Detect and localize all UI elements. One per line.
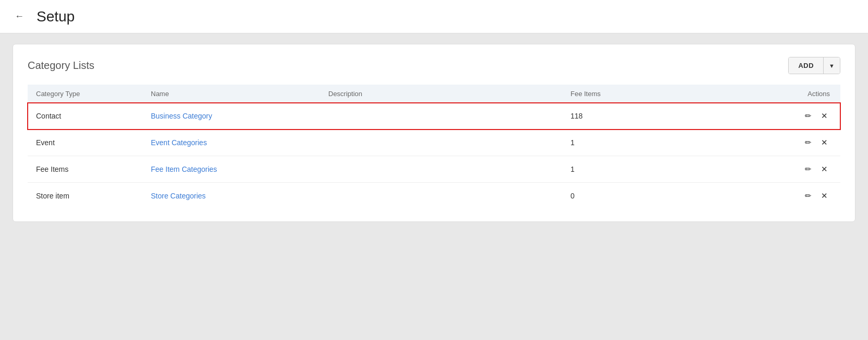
cell-description — [320, 103, 529, 130]
cell-fee-items: 1 — [529, 156, 623, 183]
name-link[interactable]: Business Category — [151, 112, 212, 120]
table-header: Category Type Name Description Fee Items… — [28, 85, 840, 103]
col-header-category-type: Category Type — [28, 85, 142, 103]
delete-button[interactable]: ✕ — [819, 190, 830, 202]
back-button[interactable]: ← — [10, 9, 28, 24]
col-header-description: Description — [320, 85, 529, 103]
table-row: ContactBusiness Category118✏✕ — [28, 103, 840, 130]
cell-actions: ✏✕ — [623, 156, 840, 183]
cell-category-type: Store item — [28, 183, 142, 209]
card-header: Category Lists ADD ▼ — [28, 57, 840, 74]
add-button[interactable]: ADD — [789, 57, 823, 74]
edit-button[interactable]: ✏ — [803, 190, 814, 202]
name-link[interactable]: Fee Item Categories — [151, 165, 217, 173]
cell-category-type: Fee Items — [28, 156, 142, 183]
edit-button[interactable]: ✏ — [803, 110, 814, 122]
page-title: Setup — [37, 8, 75, 25]
cell-actions: ✏✕ — [623, 183, 840, 209]
add-dropdown-button[interactable]: ▼ — [823, 57, 840, 74]
cell-name[interactable]: Event Categories — [142, 130, 320, 156]
col-header-fee-items: Fee Items — [529, 85, 623, 103]
name-link[interactable]: Store Categories — [151, 192, 206, 200]
cell-actions: ✏✕ — [623, 130, 840, 156]
category-lists-card: Category Lists ADD ▼ Category Type Name … — [13, 44, 855, 222]
cell-fee-items: 0 — [529, 183, 623, 209]
name-link[interactable]: Event Categories — [151, 138, 207, 147]
delete-button[interactable]: ✕ — [819, 110, 830, 122]
add-button-group: ADD ▼ — [788, 57, 840, 74]
cell-description — [320, 183, 529, 209]
table-body: ContactBusiness Category118✏✕EventEvent … — [28, 103, 840, 209]
content-area: Category Lists ADD ▼ Category Type Name … — [0, 33, 868, 232]
col-header-name: Name — [142, 85, 320, 103]
delete-button[interactable]: ✕ — [819, 137, 830, 148]
table-row: Fee ItemsFee Item Categories1✏✕ — [28, 156, 840, 183]
cell-category-type: Contact — [28, 103, 142, 130]
edit-button[interactable]: ✏ — [803, 137, 814, 148]
cell-name[interactable]: Store Categories — [142, 183, 320, 209]
table-row: EventEvent Categories1✏✕ — [28, 130, 840, 156]
cell-category-type: Event — [28, 130, 142, 156]
table-row: Store itemStore Categories0✏✕ — [28, 183, 840, 209]
delete-button[interactable]: ✕ — [819, 163, 830, 175]
cell-fee-items: 1 — [529, 130, 623, 156]
cell-name[interactable]: Fee Item Categories — [142, 156, 320, 183]
cell-fee-items: 118 — [529, 103, 623, 130]
col-header-actions: Actions — [623, 85, 840, 103]
cell-name[interactable]: Business Category — [142, 103, 320, 130]
category-table: Category Type Name Description Fee Items… — [28, 85, 840, 209]
header-bar: ← Setup — [0, 0, 868, 33]
cell-description — [320, 130, 529, 156]
edit-button[interactable]: ✏ — [803, 163, 814, 175]
cell-description — [320, 156, 529, 183]
cell-actions: ✏✕ — [623, 103, 840, 130]
card-title: Category Lists — [28, 60, 94, 72]
